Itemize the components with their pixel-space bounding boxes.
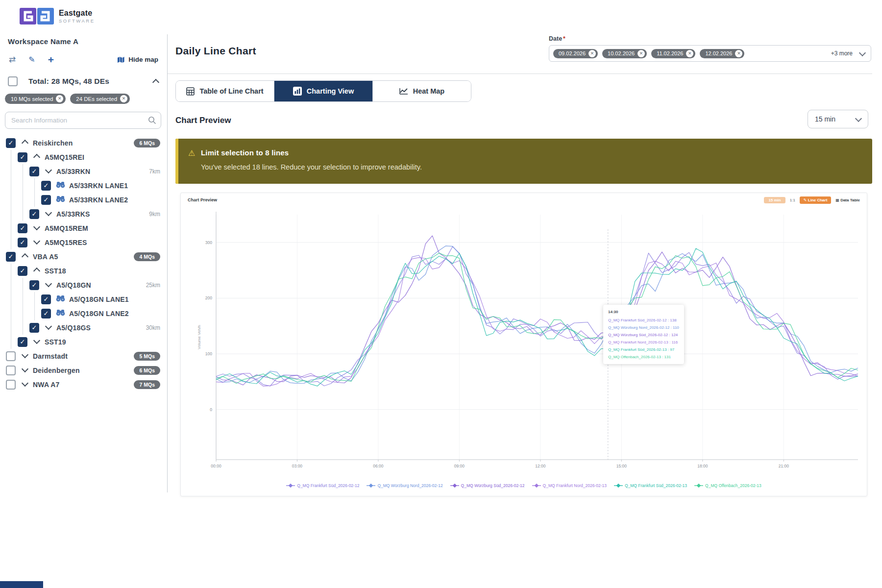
legend-marker-icon: [286, 484, 295, 488]
hide-map-label: Hide map: [128, 56, 158, 63]
tree-checkbox[interactable]: [6, 351, 16, 361]
chevron-down-icon[interactable]: [21, 380, 29, 389]
tab-heat-map[interactable]: Heat Map: [372, 81, 471, 101]
tree-checkbox[interactable]: [6, 366, 16, 375]
tree-checkbox[interactable]: ✓: [29, 280, 39, 290]
tab-charting-view[interactable]: Charting View: [274, 81, 372, 101]
legend-item[interactable]: Q_MQ Würzburg Süd_2026-02-12: [450, 483, 525, 488]
collapse-chevron-icon[interactable]: [152, 79, 159, 86]
banner-accent: [175, 139, 178, 184]
tab-label: Heat Map: [413, 87, 444, 95]
tree-guide-line: [18, 292, 29, 306]
search-input[interactable]: [5, 112, 161, 129]
chevron-down-icon[interactable]: [32, 238, 41, 247]
tree-item-a5mq15rem[interactable]: ✓A5MQ15REM: [0, 221, 167, 235]
chevron-down-icon[interactable]: [859, 49, 866, 56]
tree-item-a5-q18gn[interactable]: ✓A5/Q18GN25km: [0, 278, 167, 292]
tree-item-sst18[interactable]: ✓SST18: [0, 264, 167, 278]
selection-chip[interactable]: 10.02.2026✕: [602, 49, 647, 58]
chevron-down-icon[interactable]: [44, 210, 53, 219]
tree-checkbox[interactable]: ✓: [6, 138, 16, 148]
swap-workspace-icon[interactable]: ⇄: [9, 54, 16, 65]
remove-chip-icon[interactable]: ✕: [637, 50, 645, 57]
chevron-down-icon[interactable]: [21, 352, 29, 361]
selection-chip[interactable]: 24 DEs selected✕: [70, 94, 130, 104]
tree-checkbox[interactable]: ✓: [29, 323, 39, 333]
tree-checkbox[interactable]: ✓: [18, 266, 27, 276]
interval-select[interactable]: 15 min: [808, 110, 868, 128]
hide-map-button[interactable]: Hide map: [117, 56, 158, 64]
interval-badge[interactable]: 15 min: [764, 197, 785, 203]
tree-checkbox[interactable]: ✓: [29, 167, 39, 176]
tree-item-a5-q18gs[interactable]: ✓A5/Q18GS30km: [0, 320, 167, 335]
tree-checkbox[interactable]: ✓: [18, 337, 27, 347]
legend-item[interactable]: Q_MQ Würzburg Nord_2026-02-12: [367, 483, 442, 488]
tree-guide-line: [29, 292, 41, 306]
legend-item[interactable]: Q_MQ Frankfurt Süd_2026-02-13: [614, 483, 687, 488]
chevron-up-icon[interactable]: [21, 139, 29, 147]
tree-item-a5-q18gn-lane1[interactable]: ✓A5/Q18GN LANE1: [0, 292, 167, 306]
total-checkbox[interactable]: [8, 76, 18, 86]
tree-item-a5mq15rei[interactable]: ✓A5MQ15REI: [0, 150, 167, 164]
edit-icon[interactable]: ✎: [28, 55, 35, 64]
tree-item-deidenbergen[interactable]: Deidenbergen6 MQs: [0, 363, 167, 377]
remove-chip-icon[interactable]: ✕: [588, 50, 596, 57]
selection-chip[interactable]: 09.02.2026✕: [553, 49, 598, 58]
chevron-down-icon[interactable]: [21, 366, 29, 375]
remove-chip-icon[interactable]: ✕: [56, 95, 63, 102]
data-table-toggle-button[interactable]: ▦ Data Table: [835, 198, 860, 202]
selection-chip[interactable]: 12.02.2026✕: [700, 49, 744, 58]
chevron-down-icon[interactable]: [32, 224, 41, 233]
tree-item-vba-a5[interactable]: ✓VBA A54 MQs: [0, 249, 167, 264]
line-chart-toggle-button[interactable]: ✎ Line Chart: [800, 196, 832, 204]
remove-chip-icon[interactable]: ✕: [120, 95, 127, 102]
tree-item-a5mq15res[interactable]: ✓A5MQ15RES: [0, 235, 167, 249]
legend-item[interactable]: Q_MQ Offenbach_2026-02-13: [694, 483, 761, 488]
tree-item-a5-33rkn-lane2[interactable]: ✓A5/33RKN LANE2: [0, 193, 167, 207]
legend-item[interactable]: Q_MQ Frankfurt Nord_2026-02-13: [532, 483, 607, 488]
tree-checkbox[interactable]: ✓: [6, 252, 16, 262]
selection-chip[interactable]: 10 MQs selected✕: [5, 94, 66, 104]
chevron-down-icon[interactable]: [32, 338, 41, 346]
svg-text:300: 300: [205, 240, 212, 245]
mq-count-badge: 7 MQs: [134, 380, 160, 389]
distance-label: 9km: [149, 211, 160, 218]
legend-item[interactable]: Q_MQ Frankfurt Süd_2026-02-12: [286, 483, 359, 488]
tree-item-a5-33rkn-lane1[interactable]: ✓A5/33RKN LANE1: [0, 178, 167, 193]
selection-chip[interactable]: 11.02.2026✕: [651, 49, 695, 58]
tree-item-reiskirchen[interactable]: ✓Reiskirchen6 MQs: [0, 136, 167, 150]
tree-checkbox[interactable]: ✓: [41, 294, 51, 304]
tree-checkbox[interactable]: ✓: [41, 195, 51, 205]
tree-checkbox[interactable]: ✓: [29, 209, 39, 219]
tree-checkbox[interactable]: ✓: [41, 309, 51, 318]
chevron-down-icon[interactable]: [44, 323, 53, 332]
tab-table-of-line-chart[interactable]: Table of Line Chart: [176, 81, 274, 101]
chevron-down-icon[interactable]: [44, 167, 53, 176]
tree-item-a5-33rks[interactable]: ✓A5/33RKS9km: [0, 207, 167, 221]
tree-item-label: SST19: [45, 338, 66, 346]
chevron-up-icon[interactable]: [32, 153, 41, 162]
tree-checkbox[interactable]: ✓: [18, 238, 27, 247]
chevron-up-icon[interactable]: [21, 252, 29, 261]
distance-label: 25km: [146, 282, 160, 289]
tooltip-row: Q_MQ Würzburg Nord_2026-02-12 : 110: [608, 324, 679, 331]
tree-checkbox[interactable]: [6, 380, 16, 390]
line-chart[interactable]: 00:0003:0006:0009:0012:0015:0018:0021:00…: [181, 205, 867, 479]
tree-item-sst19[interactable]: ✓SST19: [0, 335, 167, 349]
add-icon[interactable]: +: [48, 56, 54, 63]
tree-checkbox[interactable]: ✓: [41, 181, 51, 191]
chevron-down-icon[interactable]: [44, 281, 53, 290]
tree-item-a5-q18gn-lane2[interactable]: ✓A5/Q18GN LANE2: [0, 306, 167, 320]
chevron-up-icon[interactable]: [32, 267, 41, 275]
date-multiselect[interactable]: 09.02.2026✕10.02.2026✕11.02.2026✕12.02.2…: [549, 45, 871, 62]
tree-item-nwa-a7[interactable]: NWA A77 MQs: [0, 377, 167, 392]
tree-guide-line: [18, 193, 29, 207]
tree-item-label: VBA A5: [33, 253, 58, 261]
tree-checkbox[interactable]: ✓: [18, 223, 27, 233]
tree-checkbox[interactable]: ✓: [18, 152, 27, 162]
tree-item-a5-33rkn[interactable]: ✓A5/33RKN7km: [0, 164, 167, 178]
tree-item-darmstadt[interactable]: Darmstadt5 MQs: [0, 349, 167, 363]
remove-chip-icon[interactable]: ✕: [686, 50, 693, 57]
remove-chip-icon[interactable]: ✕: [735, 50, 742, 57]
legend-label: Q_MQ Würzburg Süd_2026-02-12: [461, 483, 525, 488]
